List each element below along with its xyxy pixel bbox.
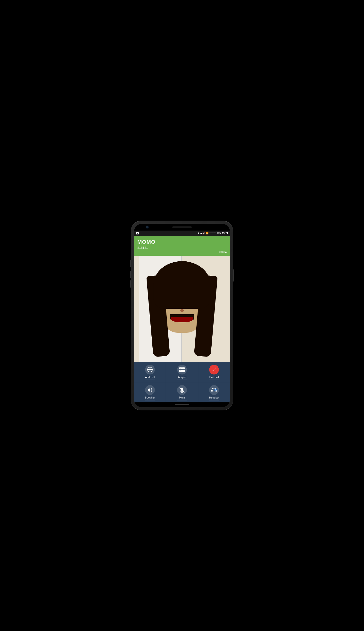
keypad-underline: [177, 380, 187, 380]
speaker-icon: [147, 387, 153, 393]
headset-icon: ⭘: [211, 387, 217, 393]
caller-image: [134, 256, 230, 362]
call-header: MOMO 818181 00:04: [134, 236, 230, 256]
bluetooth-icon: ⭘: [198, 232, 200, 234]
caller-number: 818181: [137, 246, 227, 250]
mute-button[interactable]: Mute: [166, 382, 198, 402]
controls-row-1: Add call 12 34: [134, 362, 230, 382]
keypad-label: Keypad: [178, 376, 186, 378]
end-call-icon-circle: [209, 365, 219, 374]
end-call-label: End call: [210, 376, 219, 378]
speaker-underline: [145, 400, 155, 400]
mute-icon: 🔇: [202, 232, 205, 234]
front-camera: [146, 226, 148, 228]
face-container: [148, 261, 216, 356]
phone-device: ⭘ N 🔇 📶 ▔▔▔▔ 79% 15:21 MOMO 818181: [131, 221, 233, 410]
phone-screen: ⭘ N 🔇 📶 ▔▔▔▔ 79% 15:21 MOMO 818181: [134, 224, 230, 407]
speaker-icon-circle: [145, 385, 155, 395]
headset-icon-circle: ⭘: [209, 385, 219, 395]
home-indicator[interactable]: [175, 404, 189, 405]
svg-rect-14: [211, 390, 212, 392]
svg-text:34: 34: [180, 370, 181, 372]
status-left: [136, 232, 139, 234]
plus-circle-icon: [147, 367, 153, 372]
status-time: 15:21: [222, 232, 228, 235]
call-controls: Add call 12 34: [134, 362, 230, 402]
phone-top-bar: [134, 224, 230, 230]
mute-underline: [177, 400, 187, 400]
headset-underline: [209, 400, 219, 400]
mute-label: Mute: [179, 396, 185, 399]
mute-icon-circle: [177, 385, 187, 395]
controls-row-2: Speaker Mut: [134, 382, 230, 402]
headset-button[interactable]: ⭘ Headset: [198, 382, 230, 402]
add-call-label: Add call: [145, 376, 154, 378]
headset-label: Headset: [209, 396, 219, 399]
add-call-underline: [145, 380, 155, 380]
signal-icon: ▔▔▔▔: [209, 232, 216, 234]
battery-text: 79%: [217, 232, 221, 234]
caller-name: MOMO: [137, 239, 227, 245]
mouth-inner: [171, 317, 193, 322]
add-call-icon-circle: [145, 365, 155, 374]
wifi-icon: 📶: [206, 232, 208, 234]
youtube-notification-icon: [136, 232, 139, 234]
mic-off-icon: [179, 387, 185, 393]
status-bar: ⭘ N 🔇 📶 ▔▔▔▔ 79% 15:21: [134, 230, 230, 236]
phone-bottom-bar: [134, 402, 230, 407]
add-call-button[interactable]: Add call: [134, 362, 166, 382]
status-right: ⭘ N 🔇 📶 ▔▔▔▔ 79% 15:21: [198, 232, 228, 235]
svg-rect-6: [182, 370, 185, 372]
end-call-underline: [209, 380, 219, 380]
svg-marker-9: [148, 388, 150, 392]
call-timer: 00:04: [137, 250, 227, 254]
svg-text:12: 12: [180, 368, 181, 369]
svg-text:⭘: ⭘: [215, 389, 216, 391]
keypad-icon: 12 34: [179, 367, 185, 372]
keypad-button[interactable]: 12 34 Keypad: [166, 362, 198, 382]
earpiece: [172, 226, 192, 228]
nose: [180, 309, 184, 312]
momo-face-art: [134, 256, 230, 362]
svg-rect-4: [182, 368, 185, 370]
hair-top: [153, 261, 211, 309]
nfc-icon: N: [200, 232, 202, 234]
call-screen: MOMO 818181 00:04: [134, 236, 230, 402]
keypad-icon-circle: 12 34: [177, 365, 187, 374]
end-call-button[interactable]: End call: [198, 362, 230, 382]
speaker-label: Speaker: [145, 396, 155, 399]
mouth: [170, 314, 194, 322]
phone-end-icon: [211, 368, 217, 372]
speaker-button[interactable]: Speaker: [134, 382, 166, 402]
